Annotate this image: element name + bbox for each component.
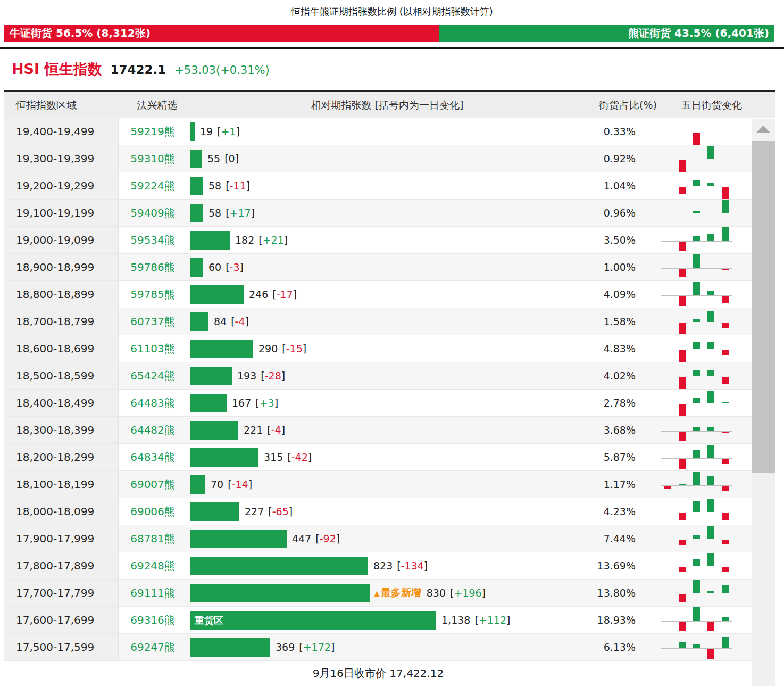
daily-change-value: +21 [263,234,284,246]
5day-sparkline [661,172,732,199]
warrant-code-link[interactable]: 69248熊 [119,552,187,579]
contracts-bar [190,367,232,385]
spark-down-bar [679,377,686,389]
contracts-bar [190,312,208,331]
contracts-value: 830 [427,580,446,606]
warrant-code-link[interactable]: 59310熊 [119,145,187,172]
warrant-code-link[interactable]: 60737熊 [119,308,187,335]
sparkline-baseline [661,458,732,459]
sparkline-baseline [661,323,732,323]
table-row: 18,000-18,099 69006熊 227 [-65] 4.23% [4,498,752,525]
contracts-bar-cell: 315 [-42] [187,444,535,470]
street-ratio-cell: 4.02% [535,362,641,389]
table-body: 19,400-19,499 59219熊 19 [+1] 0.33% 19,30… [4,118,752,661]
street-ratio-cell: 0.96% [535,200,641,226]
index-range-cell: 18,700-18,799 [4,308,119,335]
warrant-code-link[interactable]: 61103熊 [119,335,187,362]
warrant-code-link[interactable]: 65424熊 [119,362,187,389]
hsi-warrant-distribution-page: 恒指牛熊证期指张数比例 (以相对期指张数计算) 牛证街货 56.5% (8,31… [0,0,784,686]
index-range-cell: 18,600-18,699 [4,335,119,362]
5day-sparkline [661,281,732,308]
5day-sparkline [661,308,732,335]
warrant-code-link[interactable]: 69316熊 [119,607,187,633]
contracts-value: 167 [232,390,251,416]
index-range-cell: 19,300-19,399 [4,145,119,172]
warrant-code-link[interactable]: 69247熊 [119,634,187,660]
contracts-bar [190,122,195,141]
spark-down-bar [679,622,686,631]
sparkline-baseline [661,540,732,540]
scrollbar-thumb[interactable] [752,141,775,473]
warrant-code-link[interactable]: 64483熊 [119,390,187,416]
index-range-cell: 17,700-17,799 [4,580,119,606]
contracts-value: 447 [292,525,311,552]
street-ratio-cell: 7.44% [535,525,641,552]
warrant-code-link[interactable]: 59219熊 [119,118,187,145]
warrant-code-link[interactable]: 59534熊 [119,227,187,253]
scrollbar-track[interactable] [752,119,775,686]
spark-up-bar [693,535,700,539]
table-row: 17,600-17,699 69316熊 重货区 1,138 [+112] 18… [4,607,752,634]
spark-down-bar [679,594,686,602]
spark-down-bar [679,187,686,194]
contracts-value: 1,138 [441,607,470,633]
5day-change-cell [641,580,752,606]
warrant-code-link[interactable]: 64482熊 [119,417,187,443]
daily-change-value: +112 [479,614,506,626]
5day-sparkline [661,525,732,552]
spark-down-bar [664,486,671,489]
table-row: 17,500-17,599 69247熊 369 [+172] 6.13% [4,634,752,661]
spark-down-bar [679,459,686,469]
warrant-code-link[interactable]: 59785熊 [119,281,187,308]
spark-up-bar [693,319,700,322]
contracts-bar: 重货区 [190,611,436,630]
daily-change: [+17] [226,200,255,226]
warrant-code-link[interactable]: 59224熊 [119,172,187,199]
header-index-range: 恒指指数区域 [16,92,77,118]
sparkline-baseline [661,513,732,513]
index-range-cell: 18,300-18,399 [4,417,119,443]
table-row: 19,300-19,399 59310熊 55 [0] 0.92% [4,145,752,172]
warrant-code-link[interactable]: 69111熊 [119,580,187,606]
spark-down-bar [679,296,686,306]
spark-up-bar [693,472,700,485]
table-row: 18,700-18,799 60737熊 84 [-4] 1.58% [4,308,752,335]
warrant-code-link[interactable]: 69006熊 [119,498,187,525]
daily-change-value: -3 [230,261,240,273]
sparkline-baseline [661,485,732,486]
right-edge-border [781,90,781,686]
contracts-bar-cell: 447 [-92] [187,525,535,552]
contracts-bar [190,204,203,222]
5day-sparkline [661,634,732,660]
daily-change-value: +172 [303,641,331,653]
5day-sparkline [661,145,732,172]
warrant-code-link[interactable]: 64834熊 [119,444,187,470]
contracts-bar-cell: 19 [+1] [187,118,535,145]
spark-up-bar [679,642,686,648]
daily-change-value: -11 [230,180,246,192]
5day-sparkline [661,580,732,606]
up-triangle-icon: ▲ [374,589,380,598]
contracts-value: 182 [235,227,254,253]
contracts-value: 227 [245,498,264,525]
daily-change-value: -42 [291,451,308,463]
warrant-code-link[interactable]: 69007熊 [119,471,187,498]
street-ratio-cell: 18.93% [535,607,641,633]
spark-up-bar [693,342,700,349]
scroll-up-icon[interactable] [756,126,770,133]
daily-change-value: -15 [286,343,303,354]
daily-change: [-134] [397,552,428,579]
spark-down-bar [679,567,686,572]
spark-up-bar [707,553,714,566]
warrant-code-link[interactable]: 59786熊 [119,254,187,280]
table-row: 18,300-18,399 64482熊 221 [-4] 3.68% [4,417,752,444]
page-title: 恒指牛熊证期指张数比例 (以相对期指张数计算) [0,5,784,18]
warrant-code-link[interactable]: 59409熊 [119,200,187,226]
5day-change-cell [641,172,752,199]
warrant-code-link[interactable]: 68781熊 [119,525,187,552]
spark-up-bar [722,227,729,241]
spark-down-bar [679,160,686,172]
daily-change: [-65] [268,498,293,525]
5day-sparkline [661,471,732,498]
index-range-cell: 18,400-18,499 [4,390,119,416]
